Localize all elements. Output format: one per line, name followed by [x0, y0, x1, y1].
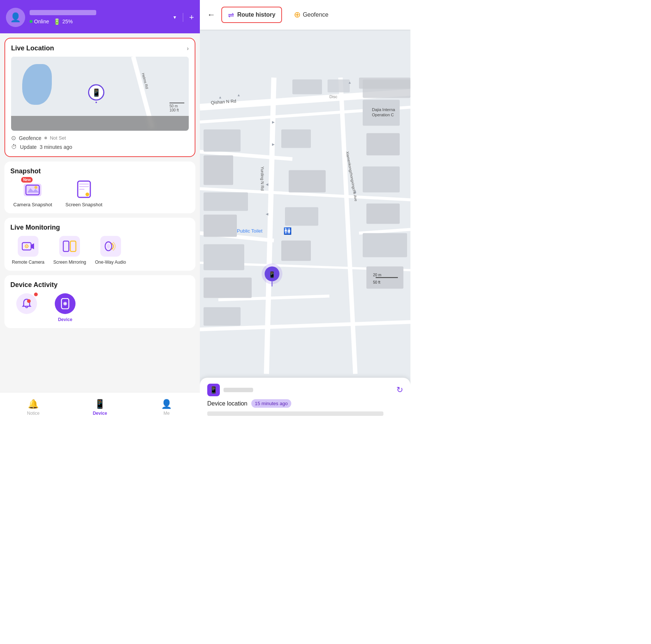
svg-text:▲: ▲	[237, 93, 241, 97]
update-label: Update	[20, 144, 37, 150]
snapshot-icons: New Camera Snapshot	[10, 180, 189, 207]
screen-snapshot-icon-wrap	[74, 180, 94, 199]
pin-dot	[95, 102, 97, 103]
one-way-audio-icon	[100, 236, 121, 257]
activity-device-label: Device	[58, 317, 73, 322]
svg-rect-13	[63, 241, 69, 251]
device-location-label: Device location	[207, 400, 248, 407]
svg-rect-40	[289, 170, 326, 193]
svg-rect-31	[204, 278, 252, 298]
route-history-label: Route history	[237, 11, 275, 18]
device-info: 📱	[207, 384, 253, 396]
snapshot-title: Snapshot	[10, 167, 189, 175]
refresh-button[interactable]: ↻	[396, 385, 403, 395]
screen-mirroring-item[interactable]: Screen Mirroring	[53, 236, 86, 265]
live-location-card[interactable]: Live Location › Helms Rd 📱	[4, 38, 195, 157]
monitoring-icons: Remote Camera Screen Mirroring	[10, 236, 189, 265]
update-time: 3 minutes ago	[40, 144, 72, 150]
not-set-label: Not Set	[50, 135, 66, 141]
online-dot	[30, 20, 33, 23]
activity-device-item[interactable]: Device	[50, 293, 80, 322]
me-nav-label: Me	[164, 411, 170, 416]
map-pin: 📱	[88, 84, 104, 103]
camera-snapshot-label: Camera Snapshot	[13, 202, 52, 207]
svg-text:🚻: 🚻	[283, 227, 292, 235]
svg-point-20	[64, 303, 66, 304]
route-history-icon: ⇌	[228, 10, 234, 19]
svg-rect-28	[204, 193, 248, 211]
screen-svg-icon	[77, 180, 91, 198]
pin-circle: 📱	[88, 84, 104, 101]
svg-text:▲: ▲	[348, 80, 352, 84]
screen-mirroring-icon	[59, 236, 80, 257]
activity-notice-icon	[16, 293, 37, 314]
activity-notice-item[interactable]	[12, 293, 41, 322]
add-button[interactable]: +	[189, 13, 194, 22]
device-nav-label: Device	[93, 411, 107, 416]
nav-item-device[interactable]: 📱 Device	[67, 396, 133, 419]
svg-text:Operation C: Operation C	[372, 113, 394, 117]
notice-nav-label: Notice	[27, 411, 40, 416]
new-badge: New	[21, 177, 33, 183]
geofence-button[interactable]: ⊕ Geofence	[294, 10, 328, 20]
svg-text:📱: 📱	[268, 271, 276, 278]
app-header: 👤 Online 🔋 25% ▼ +	[0, 0, 200, 33]
online-status: Online	[30, 19, 49, 24]
nav-item-notice[interactable]: 🔔 Notice	[0, 396, 67, 419]
header-info: Online 🔋 25%	[30, 10, 168, 25]
right-header: ← ⇌ Route history ⊕ Geofence	[200, 0, 410, 30]
svg-text:Dajia Interna: Dajia Interna	[372, 107, 395, 112]
svg-point-12	[26, 246, 27, 247]
one-way-audio-item[interactable]: One-Way Audio	[95, 236, 126, 265]
live-location-chevron: ›	[187, 45, 189, 52]
battery-level: 25%	[62, 19, 73, 24]
svg-rect-27	[204, 156, 233, 185]
me-nav-icon: 👤	[161, 399, 172, 409]
right-panel: ← ⇌ Route history ⊕ Geofence	[200, 0, 410, 422]
screen-snapshot-label: Screen Snapshot	[66, 202, 103, 207]
scroll-content: Live Location › Helms Rd 📱	[0, 33, 200, 392]
svg-text:▲: ▲	[264, 183, 269, 187]
svg-rect-29	[204, 215, 237, 237]
geofence-label: Geofence	[303, 11, 328, 18]
back-button[interactable]: ←	[207, 10, 215, 20]
dropdown-arrow-icon[interactable]: ▼	[172, 15, 177, 20]
svg-point-8	[85, 193, 89, 196]
left-panel: 👤 Online 🔋 25% ▼ + L	[0, 0, 200, 422]
svg-point-16	[107, 244, 110, 248]
device-name-blur	[30, 10, 96, 15]
screen-snapshot-icon	[74, 180, 94, 199]
svg-text:▲: ▲	[218, 95, 222, 99]
map-location-blob	[22, 64, 52, 105]
header-divider	[183, 13, 183, 22]
svg-rect-22	[292, 80, 322, 94]
camera-snapshot-item[interactable]: New Camera Snapshot	[13, 180, 52, 207]
notif-dot	[34, 293, 38, 296]
screen-snapshot-item[interactable]: Screen Snapshot	[66, 180, 103, 207]
live-monitoring-card: Live Monitoring Remote Camera	[4, 218, 195, 271]
svg-rect-14	[70, 241, 76, 251]
svg-rect-23	[328, 80, 350, 93]
remote-camera-icon	[18, 236, 38, 257]
route-history-button[interactable]: ⇌ Route history	[221, 7, 282, 23]
header-actions: ▼ +	[172, 13, 194, 22]
svg-rect-37	[363, 233, 407, 257]
remote-camera-item[interactable]: Remote Camera	[12, 236, 44, 265]
activity-icons: Device	[10, 293, 189, 322]
remote-camera-label: Remote Camera	[12, 260, 44, 265]
svg-text:▲: ▲	[264, 212, 269, 217]
update-row: ⏱ Update 3 minutes ago	[11, 144, 189, 150]
one-way-audio-label: One-Way Audio	[95, 260, 126, 265]
nav-item-me[interactable]: 👤 Me	[133, 396, 200, 419]
location-row: Device location 15 minutes ago	[207, 399, 403, 408]
camera-svg-icon	[23, 181, 42, 198]
status-row: Online 🔋 25%	[30, 18, 168, 25]
live-location-title: Live Location ›	[11, 44, 189, 52]
device-nav-icon: 📱	[94, 399, 105, 409]
svg-text:Public Toilet: Public Toilet	[237, 228, 263, 234]
address-blur	[207, 411, 383, 416]
not-set-dot	[44, 137, 47, 139]
time-ago-badge: 15 minutes ago	[251, 399, 292, 408]
battery-icon: 🔋	[53, 18, 61, 25]
avatar: 👤	[6, 8, 25, 27]
